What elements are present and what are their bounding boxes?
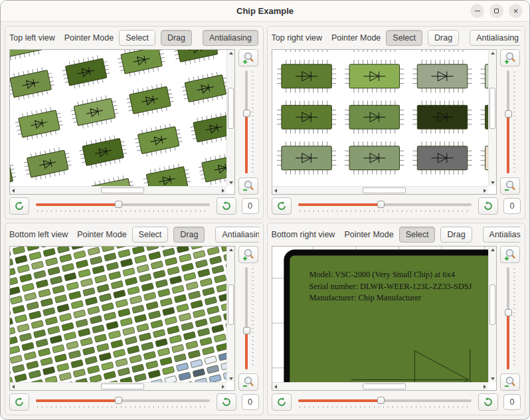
scrollbar-thumb[interactable]	[228, 88, 234, 128]
slider-handle[interactable]	[377, 201, 385, 208]
drag-mode-button[interactable]: Drag	[173, 227, 205, 243]
rotation-value[interactable]: 0	[242, 198, 259, 214]
scroll-left-icon[interactable]	[274, 189, 277, 193]
scrollbar-thumb[interactable]	[363, 187, 406, 193]
horizontal-scrollbar[interactable]	[10, 186, 226, 194]
scroll-right-icon[interactable]	[484, 189, 486, 193]
scroll-left-icon[interactable]	[12, 385, 15, 389]
select-mode-button[interactable]: Select	[399, 227, 436, 243]
zoom-slider[interactable]	[504, 69, 516, 175]
zoom-in-button[interactable]	[500, 246, 520, 263]
slider-ticks	[513, 268, 515, 369]
scroll-right-icon[interactable]	[222, 385, 224, 389]
rotate-left-button[interactable]	[9, 197, 29, 215]
zoom-slider[interactable]	[504, 266, 516, 371]
slider-handle[interactable]	[243, 327, 250, 334]
scroll-left-icon[interactable]	[274, 385, 277, 389]
rotate-right-button[interactable]	[478, 393, 498, 411]
zoom-out-button[interactable]	[238, 177, 258, 195]
zoom-in-button[interactable]	[500, 49, 520, 66]
drag-mode-button[interactable]: Drag	[440, 227, 472, 243]
zoom-in-icon	[242, 248, 255, 261]
slider-ticks	[37, 210, 209, 212]
zoom-slider[interactable]	[242, 69, 254, 175]
scrollbar-thumb[interactable]	[489, 88, 495, 128]
horizontal-scrollbar[interactable]	[10, 382, 226, 390]
scroll-down-icon[interactable]	[491, 181, 495, 184]
rotate-right-button[interactable]	[217, 197, 236, 215]
select-mode-button[interactable]: Select	[132, 227, 169, 243]
graphics-view[interactable]	[9, 49, 235, 195]
drag-mode-button[interactable]: Drag	[428, 30, 459, 46]
zoom-controls	[499, 246, 521, 391]
rotation-value[interactable]: 0	[503, 394, 521, 410]
rotate-slider[interactable]	[35, 395, 211, 409]
graphics-canvas[interactable]	[10, 247, 226, 383]
view-title: Top left view	[9, 33, 55, 43]
slider-handle[interactable]	[115, 201, 122, 208]
rotation-value[interactable]: 0	[242, 394, 259, 410]
slider-ticks	[300, 210, 471, 212]
minimize-button[interactable]	[470, 4, 484, 18]
antialiasing-toggle[interactable]: Antialiasing	[470, 30, 521, 46]
scroll-up-icon[interactable]	[491, 249, 495, 251]
graphics-view[interactable]	[272, 49, 497, 195]
zoom-out-button[interactable]	[500, 373, 520, 391]
vertical-scrollbar[interactable]	[488, 247, 496, 383]
rotate-right-button[interactable]	[478, 197, 498, 215]
zoom-out-button[interactable]	[500, 177, 520, 195]
rotate-slider[interactable]	[35, 199, 211, 213]
graphics-canvas[interactable]: Model: VSC-2000 (Very Small Chip) at 6x4…	[272, 247, 489, 383]
scroll-right-icon[interactable]	[484, 385, 486, 389]
scroll-up-icon[interactable]	[229, 249, 233, 251]
scrollbar-thumb[interactable]	[101, 383, 144, 389]
zoom-out-button[interactable]	[238, 373, 258, 391]
rotate-right-button[interactable]	[217, 393, 236, 411]
scrollbar-thumb[interactable]	[489, 284, 495, 325]
scroll-right-icon[interactable]	[222, 189, 224, 193]
rotate-left-button[interactable]	[272, 393, 292, 411]
rotate-left-button[interactable]	[9, 393, 29, 411]
maximize-button[interactable]	[489, 4, 503, 18]
scrollbar-thumb[interactable]	[363, 383, 406, 389]
horizontal-scrollbar[interactable]	[272, 382, 489, 390]
slider-handle[interactable]	[115, 397, 122, 404]
antialiasing-toggle[interactable]: Antialiasing	[215, 227, 258, 243]
antialiasing-toggle[interactable]: Antialiasing	[203, 30, 258, 46]
graphics-view[interactable]: Model: VSC-2000 (Very Small Chip) at 6x4…	[272, 246, 497, 391]
graphics-canvas[interactable]	[272, 50, 489, 186]
zoom-in-button[interactable]	[238, 49, 258, 66]
slider-ticks	[300, 406, 471, 408]
rotation-value[interactable]: 0	[503, 198, 521, 214]
scroll-left-icon[interactable]	[12, 189, 15, 193]
scroll-up-icon[interactable]	[229, 52, 233, 54]
scroll-down-icon[interactable]	[229, 377, 233, 380]
select-mode-button[interactable]: Select	[386, 30, 422, 46]
scroll-down-icon[interactable]	[491, 377, 495, 380]
close-button[interactable]: ×	[509, 4, 523, 18]
rotate-left-button[interactable]	[272, 197, 292, 215]
horizontal-scrollbar[interactable]	[272, 186, 489, 194]
rotate-slider[interactable]	[297, 395, 474, 409]
drag-mode-button[interactable]: Drag	[161, 30, 192, 46]
slider-handle[interactable]	[505, 309, 512, 316]
scrollbar-thumb[interactable]	[101, 187, 144, 193]
slider-handle[interactable]	[243, 110, 250, 117]
vertical-scrollbar[interactable]	[226, 50, 234, 186]
slider-fill	[507, 313, 509, 369]
scroll-down-icon[interactable]	[229, 181, 233, 184]
slider-handle[interactable]	[505, 110, 512, 118]
graphics-view[interactable]	[9, 246, 235, 391]
select-mode-button[interactable]: Select	[119, 30, 155, 46]
vertical-scrollbar[interactable]	[226, 247, 234, 383]
antialiasing-toggle[interactable]: Antialiasing	[483, 227, 521, 243]
graphics-canvas[interactable]	[10, 50, 226, 186]
vertical-scrollbar[interactable]	[488, 50, 496, 186]
scrollbar-thumb[interactable]	[228, 284, 234, 325]
zoom-in-button[interactable]	[238, 246, 258, 263]
zoom-slider[interactable]	[242, 266, 254, 371]
slider-handle[interactable]	[377, 397, 385, 404]
scroll-up-icon[interactable]	[491, 52, 495, 54]
rotate-slider[interactable]	[297, 199, 474, 213]
title-bar[interactable]: Chip Example ×	[1, 1, 529, 22]
